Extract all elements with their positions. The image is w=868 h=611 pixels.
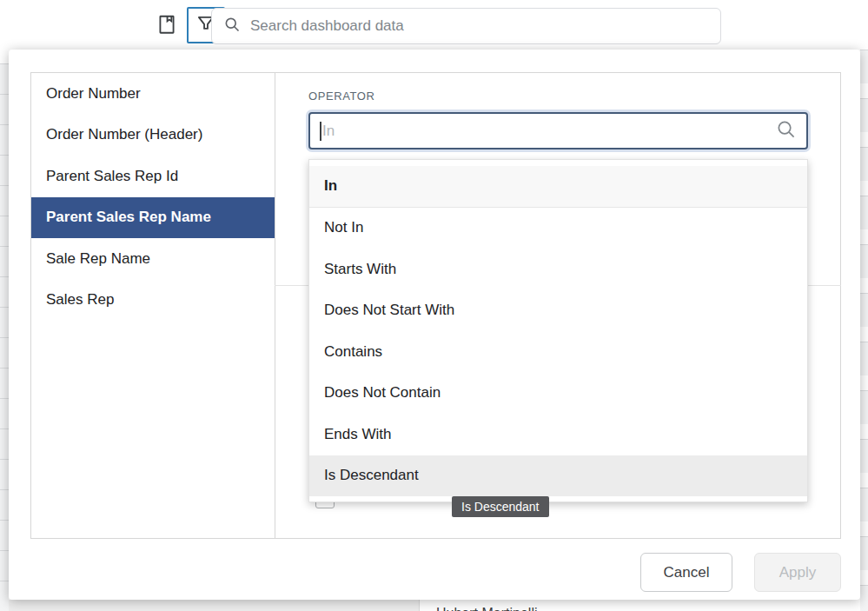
apply-button[interactable]: Apply [754,553,841,592]
search-icon [212,16,241,37]
operator-option[interactable]: Contains [309,331,807,373]
background-table-cell [9,600,420,611]
field-list-item[interactable]: Sale Rep Name [31,238,275,280]
search-icon [776,119,806,143]
field-list-item[interactable]: Order Number (Header) [31,115,275,156]
operator-option[interactable]: Starts With [309,249,807,290]
bookmark-icon [156,13,178,38]
operator-option[interactable]: Ends With [309,414,807,455]
operator-input[interactable] [321,122,776,141]
operator-option[interactable]: Not In [309,208,807,249]
operator-dropdown: InNot InStarts WithDoes Not Start WithCo… [308,159,808,502]
filter-dialog: Order NumberOrder Number (Header)Parent … [9,50,860,600]
screen: Hubert Martinelli Order NumberOrder Numb… [0,0,868,611]
field-list-item[interactable]: Parent Sales Rep Id [31,156,275,197]
operator-option[interactable]: Does Not Start With [309,290,807,332]
operator-combobox [308,112,808,149]
field-list-item[interactable]: Order Number [31,73,275,115]
operator-option[interactable]: Is Descendant [309,455,807,497]
background-page-right-sliver [860,0,868,611]
background-page-bottom-sliver: Hubert Martinelli [9,600,860,611]
operator-option[interactable]: Does Not Contain [309,373,807,415]
dashboard-topbar [0,0,868,50]
clipped-background-text: Hubert Martinelli [427,606,537,611]
text-caret [320,122,321,141]
background-page-left-sliver [0,0,9,611]
operator-section-label: OPERATOR [308,90,375,103]
bookmark-button[interactable] [150,9,183,42]
field-list-item[interactable]: Parent Sales Rep Name [31,197,275,239]
cancel-button[interactable]: Cancel [640,553,732,592]
field-list-item[interactable]: Sales Rep [31,280,275,322]
tooltip: Is Descendant [452,496,549,517]
field-list: Order NumberOrder Number (Header)Parent … [31,73,275,538]
operator-option[interactable]: In [309,166,807,208]
dashboard-search [211,8,721,44]
search-input[interactable] [248,17,720,36]
